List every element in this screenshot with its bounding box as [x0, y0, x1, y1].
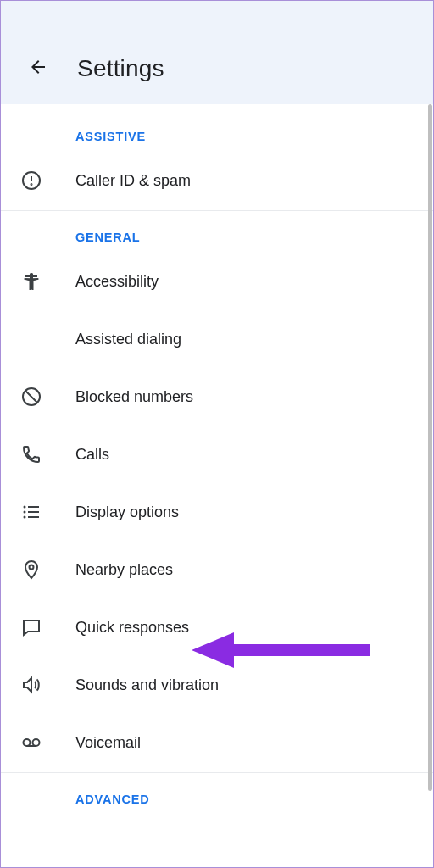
item-label: Calls [75, 446, 109, 464]
svg-point-13 [30, 565, 34, 570]
item-blocked-numbers[interactable]: Blocked numbers [1, 368, 433, 426]
item-nearby-places[interactable]: Nearby places [1, 541, 433, 598]
divider [1, 772, 433, 773]
svg-point-2 [31, 184, 32, 185]
svg-rect-10 [28, 511, 39, 513]
header: Settings [1, 1, 433, 104]
item-calls[interactable]: Calls [1, 426, 433, 483]
svg-rect-12 [28, 516, 39, 518]
section-header-advanced: ADVANCED [1, 774, 433, 815]
settings-list: ASSISTIVE Caller ID & spam GENERAL Acces… [1, 104, 433, 815]
svg-point-14 [24, 739, 31, 746]
svg-point-9 [24, 511, 26, 514]
alert-circle-icon [1, 170, 75, 191]
phone-icon [1, 444, 75, 465]
section-header-general: GENERAL [1, 212, 433, 253]
back-button[interactable] [21, 50, 55, 84]
svg-point-15 [33, 739, 40, 746]
list-icon [1, 502, 75, 522]
chat-icon [1, 617, 75, 637]
scrollbar[interactable] [428, 104, 432, 791]
item-label: Blocked numbers [75, 388, 193, 406]
item-display-options[interactable]: Display options [1, 483, 433, 541]
item-label: Caller ID & spam [75, 172, 191, 190]
page-title: Settings [77, 55, 164, 82]
location-icon [1, 559, 75, 580]
svg-line-6 [25, 391, 37, 403]
item-caller-id-spam[interactable]: Caller ID & spam [1, 152, 433, 209]
item-accessibility[interactable]: Accessibility [1, 253, 433, 310]
back-arrow-icon [28, 57, 48, 77]
svg-point-4 [30, 273, 33, 276]
item-label: Voicemail [75, 734, 141, 752]
svg-point-11 [24, 516, 26, 519]
item-assisted-dialing[interactable]: Assisted dialing [1, 310, 433, 368]
voicemail-icon [1, 732, 75, 753]
item-label: Nearby places [75, 561, 173, 579]
item-label: Display options [75, 504, 179, 521]
item-voicemail[interactable]: Voicemail [1, 714, 433, 771]
speaker-icon [1, 675, 75, 695]
item-sounds-vibration[interactable]: Sounds and vibration [1, 656, 433, 714]
svg-rect-8 [28, 506, 39, 508]
item-quick-responses[interactable]: Quick responses [1, 598, 433, 656]
item-label: Sounds and vibration [75, 676, 219, 694]
accessibility-icon [1, 271, 75, 292]
item-label: Accessibility [75, 273, 159, 291]
item-label: Quick responses [75, 619, 189, 637]
svg-point-7 [24, 506, 26, 509]
divider [1, 210, 433, 211]
section-header-assistive: ASSISTIVE [1, 111, 433, 152]
item-label: Assisted dialing [75, 331, 181, 348]
block-icon [1, 387, 75, 407]
